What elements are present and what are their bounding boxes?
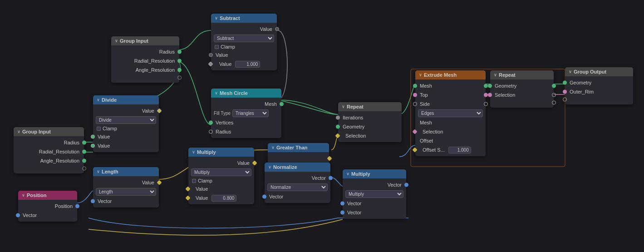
radius-port-right[interactable] — [177, 50, 182, 54]
edges-select[interactable]: Edges — [418, 109, 483, 117]
node-header-group-output[interactable]: ∨ Group Output — [565, 67, 633, 76]
divide-select-row: Divide — [93, 115, 159, 125]
offset-s-input[interactable] — [448, 147, 471, 153]
vector-port[interactable] — [16, 213, 20, 217]
vec-in-port[interactable] — [91, 199, 95, 203]
position-out-row: Position — [18, 202, 77, 211]
offset-s-port[interactable] — [412, 147, 417, 152]
val-port[interactable] — [157, 180, 162, 185]
geo-in-port[interactable] — [488, 84, 492, 88]
clamp2-checkbox[interactable] — [97, 127, 101, 131]
side-out-port[interactable] — [484, 102, 488, 106]
val-port[interactable] — [252, 160, 257, 165]
node-title: Greater Than — [276, 145, 307, 150]
top-port[interactable] — [413, 93, 417, 97]
node-title: Divide — [102, 97, 117, 103]
radial-res-port[interactable] — [177, 59, 182, 63]
value-diamond-port[interactable] — [208, 61, 213, 66]
mesh-port[interactable] — [280, 102, 284, 106]
clamp-row: Clamp — [188, 177, 254, 184]
val-in-port2[interactable] — [91, 144, 95, 148]
node-header-extrude-mesh[interactable]: ∨ Extrude Mesh — [415, 70, 486, 79]
empty-port[interactable] — [177, 76, 182, 80]
vec-in-port2[interactable] — [340, 211, 344, 215]
vertices-row: Vertices — [211, 118, 281, 127]
vec-lbl: Vector — [23, 212, 37, 218]
chevron-icon: ∨ — [419, 73, 422, 77]
chevron-icon: ∨ — [569, 69, 572, 74]
vec-in-row1: Vector — [343, 199, 406, 208]
node-header-greater-than[interactable]: ∨ Greater Than — [268, 143, 329, 152]
node-body-position: Position Vector — [18, 200, 77, 222]
empty-out-port[interactable] — [552, 101, 556, 105]
vec-out-port[interactable] — [404, 183, 408, 187]
top-out-port[interactable] — [484, 93, 488, 97]
sel-in-port[interactable] — [488, 93, 492, 97]
sel-port[interactable] — [412, 129, 417, 134]
node-extrude-mesh: ∨ Extrude Mesh Mesh Top Side Edges Mesh — [415, 70, 486, 156]
node-header-group-input-1[interactable]: ∨ Group Input — [111, 36, 179, 45]
node-header-multiply-2[interactable]: ∨ Multiply — [343, 169, 406, 178]
clamp-checkbox[interactable] — [192, 179, 196, 183]
vertices-port[interactable] — [209, 121, 213, 125]
fill-type-select[interactable]: Triangles — [232, 109, 269, 117]
clamp-checkbox[interactable] — [215, 45, 219, 49]
angle-res-port[interactable] — [177, 68, 182, 72]
subtract-value-input[interactable] — [235, 61, 260, 68]
node-header-repeat-1[interactable]: ∨ Repeat — [338, 102, 402, 111]
node-header-normalize[interactable]: ∨ Normalize — [265, 163, 330, 172]
node-title: Extrude Mesh — [424, 72, 457, 78]
chevron-icon: ∨ — [494, 73, 497, 77]
node-header-repeat-2[interactable]: ∨ Repeat — [490, 70, 554, 79]
node-header-multiply-1[interactable]: ∨ Multiply — [188, 148, 254, 157]
side-port[interactable] — [413, 102, 417, 106]
radial-res-label: Radial_Resolution — [134, 58, 175, 64]
value-port[interactable] — [275, 27, 279, 31]
node-header-group-input-2[interactable]: ∨ Group Input — [14, 127, 84, 136]
radial-port[interactable] — [82, 150, 86, 154]
subtract-select[interactable]: Subtract — [214, 35, 274, 42]
val-in-port[interactable] — [91, 135, 95, 139]
val-field-port[interactable] — [185, 195, 190, 200]
multiply-select[interactable]: Multiply — [191, 168, 251, 176]
vec-out-port[interactable] — [329, 176, 333, 180]
mesh-in-port[interactable] — [413, 84, 417, 88]
chevron-icon: ∨ — [115, 39, 118, 43]
val-in-port[interactable] — [185, 186, 190, 191]
node-header-length[interactable]: ∨ Length — [93, 167, 159, 176]
geo-out-port[interactable] — [552, 84, 556, 88]
node-title: Normalize — [273, 164, 297, 170]
val-port[interactable] — [157, 108, 162, 113]
outer-rim-port[interactable] — [563, 90, 567, 94]
geo-port[interactable] — [336, 125, 340, 129]
mesh-out-row: Mesh — [211, 99, 281, 109]
sel-port[interactable] — [335, 133, 340, 138]
position-port[interactable] — [75, 204, 79, 208]
vec-in-port[interactable] — [262, 195, 266, 199]
node-header-position[interactable]: ∨ Position — [18, 191, 77, 200]
node-title: Mesh Circle — [220, 90, 248, 96]
angle-port[interactable] — [82, 159, 86, 163]
node-header-subtract[interactable]: ∨ Subtract — [211, 14, 277, 23]
radius-port[interactable] — [82, 141, 86, 145]
iter-port[interactable] — [336, 116, 340, 120]
sel-out-port[interactable] — [552, 93, 556, 97]
val-out-port[interactable] — [327, 156, 332, 161]
side-lbl: Side — [420, 101, 430, 107]
chevron-icon: ∨ — [97, 169, 100, 174]
length-select[interactable]: Length — [96, 188, 156, 196]
normalize-select[interactable]: Normalize — [267, 183, 328, 191]
vec-in-port1[interactable] — [340, 202, 344, 206]
multiply-value-input[interactable] — [211, 195, 236, 202]
radius-in-port[interactable] — [209, 130, 213, 134]
iter-lbl: Iterations — [343, 115, 363, 120]
node-header-divide[interactable]: ∨ Divide — [93, 95, 159, 104]
multiply2-select[interactable]: Multiply — [345, 190, 403, 198]
divide-select[interactable]: Divide — [96, 116, 156, 124]
empty-port[interactable] — [82, 167, 86, 171]
geo-port[interactable] — [563, 81, 567, 85]
mesh-out-port[interactable] — [484, 84, 488, 88]
value-input-port[interactable] — [209, 53, 213, 57]
empty-port[interactable] — [563, 98, 567, 102]
node-header-mesh-circle[interactable]: ∨ Mesh Circle — [211, 89, 281, 98]
